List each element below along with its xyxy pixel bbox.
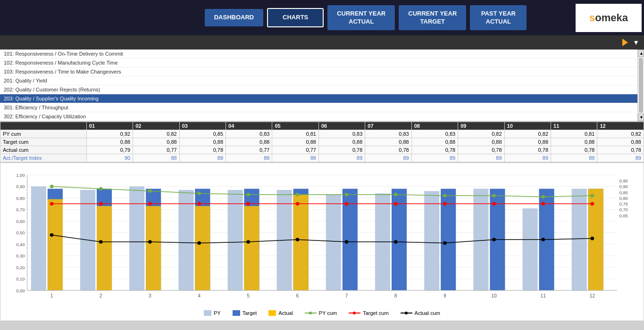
scroll-down-button[interactable]: ▼ — [638, 114, 644, 121]
table-cell-value: 0,83 — [411, 130, 458, 138]
table-row: Act./Target Index90888888888989898989898… — [0, 154, 644, 162]
kpi-list-item-301[interactable]: 301: Efficiency / Throughput — [0, 103, 644, 112]
svg-point-113 — [394, 202, 397, 205]
table-cell-value: 89 — [504, 154, 551, 162]
legend-item-actual: Actual — [268, 310, 293, 316]
table-cell-value: 89 — [551, 154, 597, 162]
legend-item-py-cum: PY cum — [305, 310, 337, 316]
list-scrollbar[interactable]: ▲ ▼ — [637, 50, 644, 121]
table-cell-value: 0,78 — [411, 146, 458, 154]
kpi-list-item-203[interactable]: 203: Quality / Supplier's Quality Incomi… — [0, 94, 644, 103]
svg-rect-39 — [146, 206, 161, 290]
kpi-list-item-302[interactable]: 302: Efficiency / Capacity Utilization — [0, 112, 644, 121]
kpi-list: 101: Responsiveness / On-Time Delivery t… — [0, 50, 644, 122]
table-cell-value: 0,78 — [318, 146, 365, 154]
svg-text:0,85: 0,85 — [619, 190, 628, 195]
svg-point-135 — [345, 240, 348, 243]
legend-item-actual-cum: Actual cum — [401, 310, 440, 316]
table-cell-value: 0,78 — [597, 146, 644, 154]
svg-point-109 — [198, 202, 201, 205]
table-header-10: 10 — [504, 122, 551, 130]
chart-container: 0,000,100,200,300,400,500,600,700,800,90… — [0, 163, 644, 321]
svg-text:0,30: 0,30 — [16, 254, 25, 259]
legend-line-indicator — [305, 310, 317, 316]
svg-point-138 — [493, 238, 495, 241]
table-header-06: 06 — [318, 122, 365, 130]
svg-text:5: 5 — [247, 293, 250, 298]
chart-legend: PYTargetActualPY cumTarget cumActual cum — [5, 310, 639, 316]
kpi-selector-bar[interactable]: ▼ — [0, 35, 644, 50]
arrow-right-icon — [622, 39, 628, 46]
nav-charts[interactable]: CHARTS — [267, 8, 324, 27]
svg-text:0,90: 0,90 — [16, 185, 25, 190]
table-cell-value: 0,83 — [365, 130, 411, 138]
scroll-thumb[interactable] — [639, 58, 643, 113]
svg-point-110 — [247, 202, 250, 205]
table-cell-value: 0,92 — [86, 130, 133, 138]
table-body: PY cum0,920,820,850,830,810,830,830,830,… — [0, 130, 644, 162]
table-cell-label: PY cum — [0, 130, 87, 138]
table-row: PY cum0,920,820,850,830,810,830,830,830,… — [0, 130, 644, 138]
svg-text:0,50: 0,50 — [16, 231, 25, 236]
svg-rect-43 — [195, 206, 210, 290]
legend-label: PY cum — [319, 310, 337, 316]
legend-item-target: Target — [233, 310, 257, 316]
table-cell-value: 0,77 — [272, 146, 318, 154]
dropdown-arrow-icon[interactable]: ▼ — [630, 39, 642, 46]
svg-text:3: 3 — [149, 293, 151, 298]
table-cell-value: 0,82 — [458, 130, 504, 138]
table-cell-value: 90 — [86, 154, 133, 162]
legend-label: PY — [214, 310, 221, 316]
svg-point-93 — [542, 196, 544, 198]
table-cell-value: 0,82 — [597, 130, 644, 138]
kpi-list-item-202[interactable]: 202: Quality / Customer Rejects (Returns… — [0, 85, 644, 94]
table-cell-value: 89 — [458, 154, 504, 162]
svg-text:0,65: 0,65 — [619, 214, 628, 218]
svg-point-139 — [542, 238, 544, 241]
table-cell-value: 0,81 — [551, 130, 597, 138]
table-cell-value: 0,88 — [504, 138, 551, 146]
svg-text:0,00: 0,00 — [16, 289, 25, 293]
svg-point-131 — [149, 240, 151, 243]
table-cell-value: 89 — [318, 154, 365, 162]
svg-rect-35 — [97, 206, 112, 290]
kpi-list-item-102[interactable]: 102: Responsiveness / Manufacturing Cycl… — [0, 58, 644, 67]
table-cell-value: 0,88 — [86, 138, 133, 146]
nav-past-year-actual[interactable]: PAST YEARACTUAL — [470, 5, 527, 31]
svg-point-112 — [345, 202, 348, 205]
table-cell-value: 0,77 — [226, 146, 272, 154]
table-row: Actual cum0,790,770,780,770,770,780,780,… — [0, 146, 644, 154]
kpi-list-item-103[interactable]: 103: Responsiveness / Time to Make Chang… — [0, 67, 644, 76]
table-cell-value: 88 — [272, 154, 318, 162]
logo-text: someka — [589, 12, 628, 24]
table-cell-value: 88 — [133, 154, 179, 162]
svg-rect-53 — [326, 195, 341, 290]
table-cell-value: 0,88 — [411, 138, 458, 146]
kpi-select-label[interactable] — [622, 39, 630, 46]
nav-current-year-target[interactable]: CURRENT YEARTARGET — [399, 5, 466, 31]
svg-point-85 — [149, 190, 151, 192]
table-cell-value: 0,88 — [365, 138, 411, 146]
main-chart: 0,000,100,200,300,400,500,600,700,800,90… — [5, 168, 639, 307]
svg-point-106 — [50, 202, 53, 205]
table-header-02: 02 — [133, 122, 179, 130]
table-header-08: 08 — [411, 122, 458, 130]
svg-point-136 — [394, 240, 397, 243]
legend-label: Target cum — [363, 310, 388, 316]
kpi-list-item-201[interactable]: 201: Quality / Yield — [0, 76, 644, 85]
legend-label: Actual cum — [415, 310, 440, 316]
svg-point-108 — [149, 202, 151, 205]
nav-current-year-actual[interactable]: CURRENT YEARACTUAL — [327, 5, 395, 31]
data-table-container: 01 02 03 04 05 06 07 08 09 10 11 12 PY c… — [0, 122, 644, 162]
svg-text:8: 8 — [394, 293, 397, 298]
table-header-label — [0, 122, 87, 130]
svg-point-117 — [591, 202, 594, 205]
kpi-list-item-101[interactable]: 101: Responsiveness / On-Time Delivery t… — [0, 50, 644, 58]
svg-point-134 — [296, 238, 299, 241]
scroll-up-button[interactable]: ▲ — [638, 50, 644, 57]
svg-point-84 — [100, 187, 102, 190]
svg-point-87 — [247, 193, 250, 196]
table-cell-label: Target cum — [0, 138, 87, 146]
table-cell-value: 89 — [365, 154, 411, 162]
nav-dashboard[interactable]: DASHBOARD — [205, 9, 264, 26]
